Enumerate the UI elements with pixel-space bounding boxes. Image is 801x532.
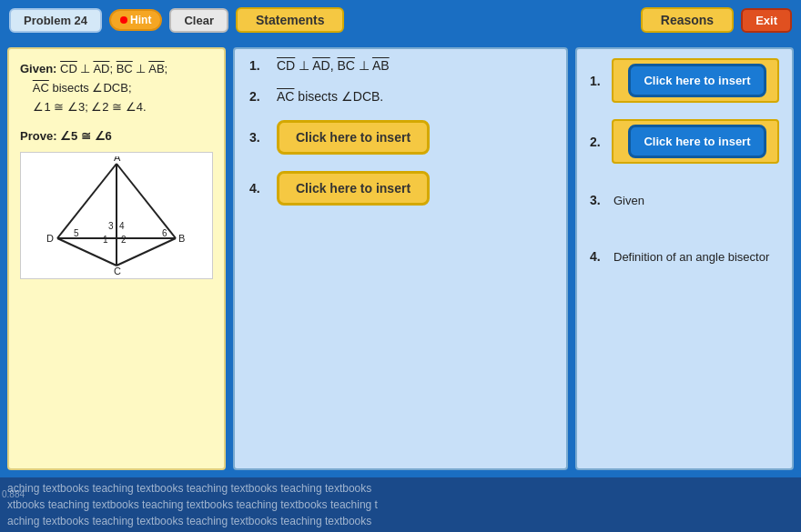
reasons-label: Reasons [661,13,714,27]
stmt-insert-label-4: Click here to insert [296,181,411,196]
statement-row-4: 4. Click here to insert [249,171,552,206]
problem-tab: Problem 24 [9,8,102,33]
stmt-num-4: 4. [249,181,271,196]
given-block: Given: CD ⊥ AD; BC ⊥ AB; AC bisects ∠DCB… [20,60,213,116]
stmt-num-1: 1. [249,58,271,73]
reason-row-1: 1. Click here to insert [590,58,779,103]
problem-label: Problem 24 [24,14,87,27]
svg-text:D: D [46,233,54,244]
statement-insert-button-3[interactable]: Click here to insert [277,120,430,155]
reason-text-3: Given [613,194,644,207]
reasons-panel: 1. Click here to insert 2. Click here to… [575,47,794,470]
svg-text:C: C [114,266,121,275]
reason-insert-area-1: Click here to insert [612,58,779,103]
svg-text:B: B [178,233,185,244]
svg-text:1: 1 [103,235,108,245]
hint-label: Hint [130,14,151,26]
given-line3: ∠1 ≅ ∠3; ∠2 ≅ ∠4. [20,100,147,114]
reason-insert-button-2[interactable]: Click here to insert [628,125,766,158]
svg-text:4: 4 [119,221,125,231]
main-content: Given: CD ⊥ AD; BC ⊥ AB; AC bisects ∠DCB… [0,40,801,477]
statement-row-2: 2. AC bisects ∠DCB. [249,89,552,104]
given-line2: AC bisects ∠DCB; [20,81,132,95]
statement-row-3: 3. Click here to insert [249,120,552,155]
hint-button[interactable]: Hint [109,9,162,31]
statements-tab[interactable]: Statements [236,7,344,33]
stmt-text-1: CD ⊥ AD, BC ⊥ AB [277,58,390,73]
hint-dot [120,16,127,24]
reason-insert-label-1: Click here to insert [644,74,750,87]
clear-label: Clear [184,14,214,27]
statement-row-1: 1. CD ⊥ AD, BC ⊥ AB [249,58,552,73]
exit-label: Exit [755,14,777,27]
svg-text:2: 2 [121,235,127,245]
watermark-line-1: aching textbooks teaching textbooks teac… [7,480,794,497]
stmt-insert-label-3: Click here to insert [296,130,411,145]
reason-row-3: 3. Given [590,180,779,220]
svg-line-1 [117,164,176,238]
svg-text:5: 5 [74,228,79,238]
statements-label: Statements [256,13,324,27]
reasons-tab: Reasons [641,7,734,33]
left-panel: Given: CD ⊥ AD; BC ⊥ AB; AC bisects ∠DCB… [7,47,226,470]
prove-statement: ∠5 ≅ ∠6 [60,129,112,143]
clear-button[interactable]: Clear [169,8,228,33]
stmt-num-2: 2. [249,89,271,104]
reason-row-4: 4. Definition of an angle bisector [590,236,779,276]
reason-num-2: 2. [590,135,608,149]
stmt-num-3: 3. [249,130,271,145]
reason-insert-area-2: Click here to insert [612,119,779,164]
exit-button[interactable]: Exit [741,8,792,33]
statement-insert-button-4[interactable]: Click here to insert [277,171,430,206]
watermark-line-2: xtbooks teaching textbooks teaching text… [7,497,794,513]
prove-label: Prove: [20,129,56,143]
svg-text:A: A [114,156,121,163]
diagram-svg: A D B C 5 6 3 4 1 2 [39,156,194,275]
top-bar: Problem 24 Hint Clear Statements Reasons… [0,0,801,40]
prove-block: Prove: ∠5 ≅ ∠6 [20,129,213,143]
watermark-bar: 0.884 aching textbooks teaching textbook… [0,477,801,532]
given-label: Given: [20,62,56,75]
reason-num-3: 3. [590,193,608,207]
version-badge: 0.884 [2,489,25,499]
stmt-text-2: AC bisects ∠DCB. [277,89,383,104]
svg-text:3: 3 [108,221,114,231]
reason-insert-button-1[interactable]: Click here to insert [628,64,766,97]
reason-row-2: 2. Click here to insert [590,119,779,164]
diagram: A D B C 5 6 3 4 1 2 [20,152,213,279]
reason-num-1: 1. [590,74,608,88]
statements-panel: 1. CD ⊥ AD, BC ⊥ AB 2. AC bisects ∠DCB. … [233,47,568,470]
svg-text:6: 6 [162,228,167,238]
given-line1: CD ⊥ AD; BC ⊥ AB; [60,62,167,75]
watermark-line-3: aching textbooks teaching textbooks teac… [7,513,794,529]
reason-insert-label-2: Click here to insert [644,135,750,148]
reason-num-4: 4. [590,249,608,264]
reason-text-4: Definition of an angle bisector [613,250,769,264]
